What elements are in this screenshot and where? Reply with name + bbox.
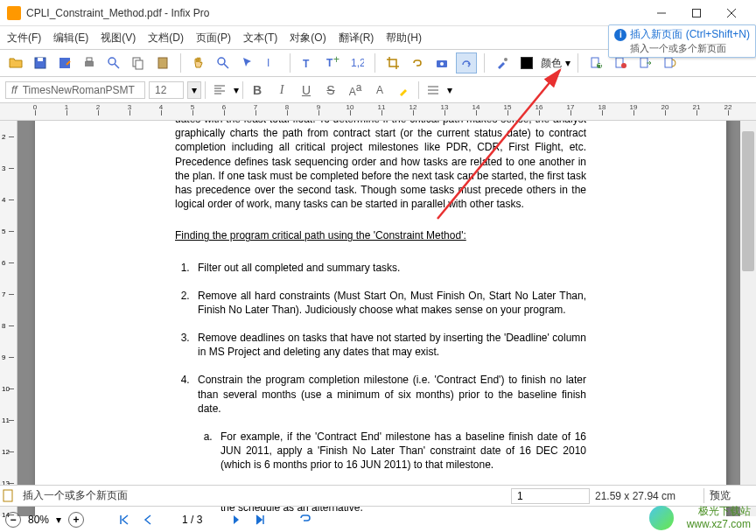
strikethrough-icon[interactable]: S [320,80,341,101]
list-item-text: Constrain the program completion milesto… [198,374,586,414]
vertical-scrollbar[interactable] [740,121,756,516]
list-item: Remove all hard constraints (Must Start … [192,289,586,317]
menu-help[interactable]: 帮助(H) [386,31,422,46]
page-indicator: 1 / 3 [182,514,202,526]
link-icon[interactable] [407,52,428,74]
svg-point-9 [108,58,116,65]
paste-icon[interactable] [152,52,173,74]
prev-page-button[interactable] [140,511,158,528]
svg-text:+: + [598,59,603,70]
menu-object[interactable]: 对象(O) [290,31,326,46]
text-plus-icon[interactable]: T+ [322,52,343,74]
highlight-icon[interactable] [394,80,415,101]
text-link-icon[interactable]: 1,2 [346,52,368,74]
svg-rect-1 [693,9,701,17]
text-select-icon[interactable]: I [262,52,283,74]
svg-text:T: T [326,57,333,69]
first-page-button[interactable] [116,511,133,528]
minimize-button[interactable] [644,1,679,25]
svg-point-23 [504,58,508,61]
svg-text:T: T [303,58,310,70]
camera-icon[interactable] [431,52,452,74]
maximize-button[interactable] [679,1,714,25]
window-title: CPLI_Constraint_Method.pdf - Infix Pro [26,7,644,19]
pdf-page: dates with the least total float. To det… [35,121,726,516]
bold-icon[interactable]: B [247,80,268,101]
preview-label[interactable]: 预览 [704,488,756,503]
app-icon [7,6,21,20]
close-button[interactable] [714,1,749,25]
font-name: TimesNewRomanPSMT [23,84,135,96]
last-page-button[interactable] [251,511,269,528]
hand-icon[interactable] [188,52,209,74]
separator [374,53,375,73]
save-as-icon[interactable] [54,52,75,74]
svg-rect-29 [640,58,648,67]
loop-button[interactable] [297,511,314,528]
page-area[interactable]: dates with the least total float. To det… [18,121,756,516]
tooltip-title: 插入新页面 (Ctrl+Shift+N) [630,27,750,42]
workspace: 234567891011121314 dates with the least … [0,121,756,516]
insert-page-icon[interactable]: + [585,52,606,74]
line-spacing-icon[interactable] [423,80,444,101]
page-dimensions: 21.59 x 27.94 cm [590,490,704,502]
align-left-icon[interactable] [209,80,230,101]
vertical-ruler: 234567891011121314 [0,121,18,516]
color-swatch[interactable] [516,52,537,74]
text-tool-icon[interactable]: T [298,52,318,74]
dropdown-icon[interactable]: ▾ [565,57,570,69]
svg-rect-8 [87,58,92,61]
page-icon[interactable] [0,489,18,503]
font-size-up-icon[interactable]: A [369,80,390,101]
separator [290,53,290,73]
svg-rect-5 [38,58,43,61]
list-item: Filter out all completed and summary tas… [192,261,586,275]
svg-point-28 [621,63,626,68]
open-icon[interactable] [5,52,26,74]
font-size-selector[interactable]: 12 [149,81,184,99]
status-hint: 插入一个或多个新页面 [18,488,133,503]
copy-icon[interactable] [128,52,149,74]
scrollbar-thumb[interactable] [742,131,754,271]
zoom-icon[interactable] [213,52,234,74]
page-number-input[interactable] [511,488,590,504]
pointer-icon[interactable] [237,52,258,74]
print-icon[interactable] [79,52,100,74]
menu-edit[interactable]: 编辑(E) [53,31,88,46]
next-page-button[interactable] [227,511,244,528]
status-bar: 插入一个或多个新页面 21.59 x 27.94 cm 预览 [0,485,756,506]
svg-rect-13 [158,58,167,68]
underline-icon[interactable]: U [296,80,317,101]
spacing-dropdown-icon[interactable]: ▾ [447,84,452,96]
font-selector[interactable]: ffTimesNewRomanPSMT [5,81,145,99]
save-icon[interactable] [30,52,51,74]
menu-translate[interactable]: 翻译(R) [339,31,374,46]
watermark: 极光下载站 www.xz7.com [687,505,751,530]
svg-rect-7 [85,61,94,66]
redo-arrow-icon[interactable] [456,52,477,74]
superscript-icon[interactable]: Aa [345,80,366,101]
menu-text[interactable]: 文本(T) [243,31,277,46]
align-dropdown-icon[interactable]: ▾ [234,84,239,96]
size-dropdown-icon[interactable]: ▾ [187,81,201,99]
search-icon[interactable] [103,52,124,74]
crop-icon[interactable] [382,52,403,74]
separator [484,53,485,73]
svg-line-10 [115,64,119,68]
italic-icon[interactable]: I [271,80,292,101]
zoom-dropdown-icon[interactable]: ▾ [56,514,61,526]
menu-page[interactable]: 页面(P) [196,31,231,46]
menu-file[interactable]: 文件(F) [7,31,41,46]
separator [180,53,181,73]
navigation-bar: − 80% ▾ + 1 / 3 极光下载站 www.xz7.com [0,506,756,532]
zoom-out-button[interactable]: − [5,512,21,528]
watermark-text: 极光下载站 [687,505,751,517]
svg-line-15 [224,64,228,68]
menu-document[interactable]: 文档(D) [148,31,184,46]
svg-point-22 [440,62,444,66]
eyedropper-icon[interactable] [492,52,513,74]
format-toolbar: ffTimesNewRomanPSMT 12 ▾ ▾ B I U S Aa A … [0,77,756,103]
separator [205,81,206,99]
zoom-in-button[interactable]: + [68,512,84,528]
menu-view[interactable]: 视图(V) [101,31,136,46]
